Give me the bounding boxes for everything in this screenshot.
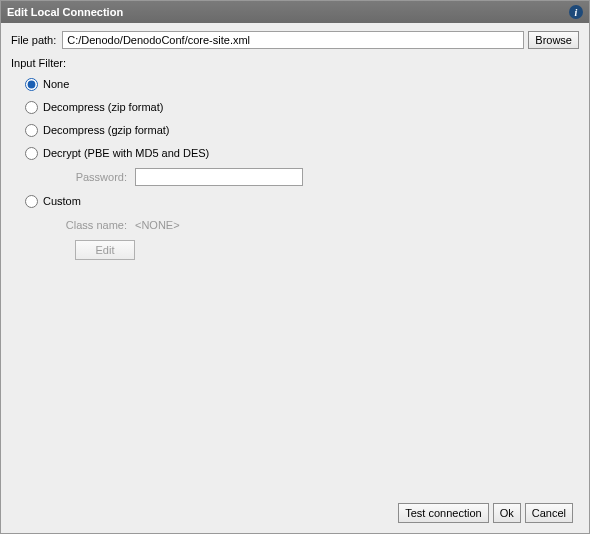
file-path-label: File path: bbox=[11, 34, 56, 46]
radio-zip-label[interactable]: Decompress (zip format) bbox=[43, 101, 163, 113]
radio-none[interactable] bbox=[25, 78, 38, 91]
test-connection-button[interactable]: Test connection bbox=[398, 503, 488, 523]
content-spacer bbox=[11, 260, 579, 499]
classname-row: Class name: <NONE> bbox=[55, 215, 579, 235]
radio-zip[interactable] bbox=[25, 101, 38, 114]
password-input[interactable] bbox=[135, 168, 303, 186]
radio-none-label[interactable]: None bbox=[43, 78, 69, 90]
dialog: Edit Local Connection i File path: Brows… bbox=[0, 0, 590, 534]
cancel-button[interactable]: Cancel bbox=[525, 503, 573, 523]
titlebar: Edit Local Connection i bbox=[1, 1, 589, 23]
radio-custom[interactable] bbox=[25, 195, 38, 208]
password-row: Password: bbox=[55, 167, 579, 187]
ok-button[interactable]: Ok bbox=[493, 503, 521, 523]
input-filter-group: None Decompress (zip format) Decompress … bbox=[11, 75, 579, 260]
radio-decrypt-label[interactable]: Decrypt (PBE with MD5 and DES) bbox=[43, 147, 209, 159]
radio-none-row: None bbox=[25, 75, 579, 93]
help-icon[interactable]: i bbox=[569, 5, 583, 19]
file-path-input[interactable] bbox=[62, 31, 524, 49]
classname-label: Class name: bbox=[55, 219, 127, 231]
footer: Test connection Ok Cancel bbox=[11, 499, 579, 527]
radio-decrypt[interactable] bbox=[25, 147, 38, 160]
password-label: Password: bbox=[55, 171, 127, 183]
content-area: File path: Browse Input Filter: None Dec… bbox=[1, 23, 589, 533]
radio-gzip[interactable] bbox=[25, 124, 38, 137]
radio-decrypt-row: Decrypt (PBE with MD5 and DES) bbox=[25, 144, 579, 162]
file-path-row: File path: Browse bbox=[11, 31, 579, 49]
radio-gzip-row: Decompress (gzip format) bbox=[25, 121, 579, 139]
browse-button[interactable]: Browse bbox=[528, 31, 579, 49]
dialog-title: Edit Local Connection bbox=[7, 6, 123, 18]
radio-custom-label[interactable]: Custom bbox=[43, 195, 81, 207]
edit-button: Edit bbox=[75, 240, 135, 260]
input-filter-label: Input Filter: bbox=[11, 57, 579, 69]
radio-zip-row: Decompress (zip format) bbox=[25, 98, 579, 116]
classname-value: <NONE> bbox=[135, 219, 180, 231]
radio-gzip-label[interactable]: Decompress (gzip format) bbox=[43, 124, 170, 136]
radio-custom-row: Custom bbox=[25, 192, 579, 210]
